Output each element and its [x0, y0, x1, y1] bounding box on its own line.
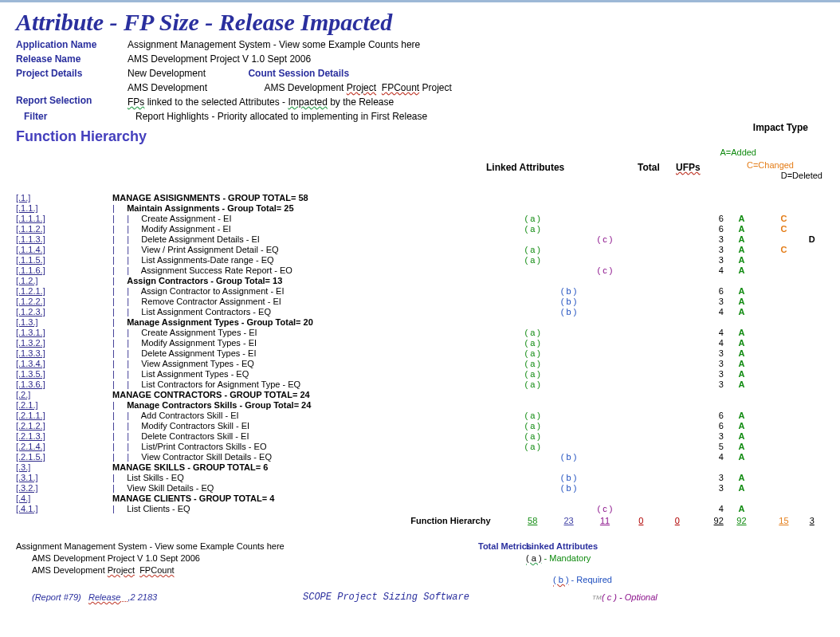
legend-optional: ( c ) - Optional — [602, 592, 657, 604]
header-row-report-sel: Report Selection FPs linked to the selec… — [16, 95, 824, 109]
ufp-value: 4 — [719, 338, 724, 348]
row-text: Assign Contractor to Assignment - EI — [141, 286, 285, 296]
impact-a: A — [739, 338, 745, 348]
impact-c: C — [780, 224, 787, 234]
ufp-value: 6 — [719, 214, 724, 223]
header-row-filter: Filter Report Highlights - Priority allo… — [16, 109, 824, 124]
row-id: [.3.2.] — [16, 483, 38, 493]
ufp-value: 3 — [719, 234, 724, 244]
hierarchy-row: [.4.]MANAGE CLIENTS - GROUP TOTAL= 4 — [16, 493, 824, 504]
legend-deleted: D=Deleted — [781, 171, 822, 180]
hierarchy-row: [.1.3.4.]| | View Assignment Types - EQ(… — [16, 359, 824, 369]
hierarchy-row: [.1.3.1.]| | Create Assignment Types - E… — [16, 328, 824, 338]
attr-marker: ( a ) — [524, 411, 540, 420]
row-id: [.1.1.4.] — [16, 245, 45, 254]
ufp-value: 3 — [719, 255, 724, 265]
impact-a: A — [739, 504, 745, 513]
value-app-name: Assignment Management System - View some… — [128, 37, 420, 52]
row-text: View Skill Details - EQ — [127, 483, 214, 493]
ufp-value: 4 — [719, 504, 724, 513]
row-text: List/Print Contractors Skills - EO — [141, 442, 266, 451]
impact-a: A — [739, 483, 745, 493]
summary-b: 23 — [563, 516, 573, 525]
report-page: Attribute - FP Size - Release Impacted A… — [0, 0, 840, 637]
row-text: Add Contractors Skill - EI — [141, 411, 239, 420]
attr-marker: ( a ) — [524, 379, 540, 389]
row-id: [.1.2.3.] — [16, 307, 45, 317]
summary-label: Function Hierarchy — [112, 516, 514, 526]
footer-scope: SCOPE Project Sizing Software — [303, 592, 469, 604]
footer-line3: AMS Development Project FPCount — [32, 565, 175, 575]
legend-mandatory: ( a ) - Mandatory — [526, 552, 591, 564]
row-id: [.1.3.3.] — [16, 348, 45, 358]
row-text: View / Print Assignment Detail - EQ — [141, 245, 278, 254]
ufp-value: 4 — [719, 265, 724, 275]
row-id: [.4.] — [16, 493, 30, 503]
impact-c: C — [780, 214, 787, 223]
row-id: [.1.1.1.] — [16, 214, 45, 223]
section-function-hierarchy: Function Hierarchy — [16, 128, 824, 145]
attr-marker: ( b ) — [561, 286, 577, 296]
hierarchy-row: [.3.2.]| View Skill Details - EQ( b )3A — [16, 483, 824, 493]
ufp-value: 6 — [719, 421, 724, 431]
row-id: [.1.2.1.] — [16, 286, 45, 296]
hierarchy-row: [.1.1.5.]| | List Assignments-Date range… — [16, 255, 824, 265]
row-text: Maintain Assignments - Group Total= 25 — [127, 203, 293, 213]
hierarchy-row: [.3.1.]| List Skills - EQ( b )3A — [16, 473, 824, 483]
hierarchy-row: [.1.1.4.]| | View / Print Assignment Det… — [16, 245, 824, 255]
header-row-appname: Application Name Assignment Management S… — [16, 37, 824, 52]
impact-a: A — [739, 359, 745, 368]
attr-marker: ( a ) — [524, 348, 540, 358]
row-id: [.1.1.6.] — [16, 265, 45, 275]
row-text: MANAGE SKILLS - GROUP TOTAL= 6 — [112, 462, 268, 472]
value-release-name: AMS Development Project V 1.0 Sept 2006 — [128, 52, 311, 66]
attr-marker: ( b ) — [561, 297, 577, 306]
legend-added: A=Added — [720, 147, 756, 157]
attr-marker: ( a ) — [524, 369, 540, 379]
hierarchy-row: [.2.1.3.]| | Delete Contractors Skill - … — [16, 431, 824, 442]
hierarchy-row: [.2.1.4.]| | List/Print Contractors Skil… — [16, 442, 824, 452]
row-text: List Clients - EQ — [127, 504, 190, 513]
footer: Assignment Management System - View some… — [16, 541, 824, 604]
impact-a: A — [739, 431, 745, 441]
attr-marker: ( a ) — [524, 338, 540, 348]
row-id: [.1.2.2.] — [16, 297, 45, 306]
row-text: List Assignments-Date range - EQ — [141, 255, 273, 265]
footer-total-metrics: Total Metrics — [478, 541, 532, 552]
attr-marker: ( b ) — [561, 483, 577, 493]
summary-d: 0 — [638, 516, 643, 525]
row-id: [.3.] — [16, 462, 30, 472]
hierarchy-row: [.2.1.5.]| | View Contractor Skill Detai… — [16, 452, 824, 462]
row-id: [.1.1.3.] — [16, 234, 45, 244]
col-linked-attributes: Linked Attributes — [486, 162, 564, 173]
hierarchy-table: [.1.]MANAGE ASISIGNMENTS - GROUP TOTAL= … — [16, 193, 824, 514]
label-impact-type: Impact Type — [753, 122, 808, 133]
ufp-value: 4 — [719, 328, 724, 337]
row-id: [.1.1.] — [16, 203, 38, 213]
attr-marker: ( a ) — [524, 245, 540, 254]
attr-marker: ( a ) — [524, 224, 540, 234]
hierarchy-row: [.1.2.]| Assign Contractors - Group Tota… — [16, 276, 824, 286]
impact-a: A — [739, 234, 745, 244]
col-ufps: UFPs — [676, 162, 701, 173]
value-filter: Report Highlights - Priority allocated t… — [135, 109, 427, 124]
hierarchy-row: [.1.1.6.]| | Assignment Success Rate Rep… — [16, 265, 824, 276]
impact-a: A — [739, 245, 745, 254]
impact-d: D — [809, 234, 815, 244]
value-count-session: AMS Development Project FPCount Project — [264, 82, 451, 93]
impact-a: A — [739, 286, 745, 296]
hierarchy-row: [.3.]MANAGE SKILLS - GROUP TOTAL= 6 — [16, 462, 824, 473]
summary-a: 58 — [528, 516, 537, 525]
footer-report-line: (Report #79) Release ,2 2183 SCOPE Proje… — [16, 592, 824, 604]
impact-a: A — [739, 473, 745, 482]
attr-marker: ( a ) — [524, 421, 540, 431]
row-text: MANAGE CONTRACTORS - GROUP TOTAL= 24 — [112, 390, 310, 399]
impact-a: A — [739, 265, 745, 275]
tm-symbol: TM — [592, 592, 602, 604]
summary-deleted: 3 — [810, 516, 814, 525]
hierarchy-row: [.2.]MANAGE CONTRACTORS - GROUP TOTAL= 2… — [16, 390, 824, 400]
hierarchy-row: [.1.3.5.]| | List Assignment Types - EQ(… — [16, 369, 824, 379]
hierarchy-row: [.1.1.1.]| | Create Assignment - EI( a )… — [16, 214, 824, 224]
legend-required: ( b ) - Required — [553, 574, 612, 586]
row-text: Delete Contractors Skill - EI — [141, 431, 249, 441]
